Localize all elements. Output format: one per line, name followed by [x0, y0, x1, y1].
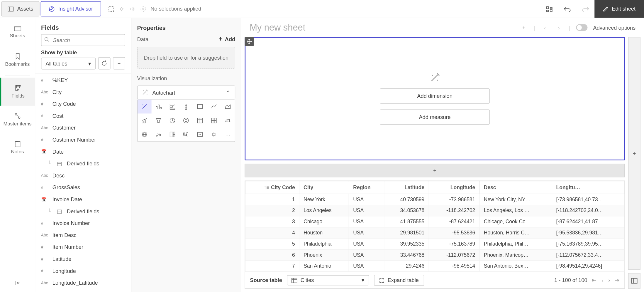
step-back-icon[interactable] — [118, 6, 125, 12]
viz-table-icon[interactable] — [193, 100, 207, 114]
viz-box-icon[interactable] — [207, 127, 221, 142]
add-data-button[interactable]: + Add — [218, 35, 235, 43]
add-measure-button[interactable]: Add measure — [380, 109, 490, 125]
grid-icon[interactable] — [540, 0, 559, 18]
viz-area-icon[interactable] — [221, 100, 235, 114]
table-header[interactable]: Desc — [479, 181, 552, 194]
field-item[interactable]: Customer Number — [35, 134, 131, 146]
viz-waterfall-icon[interactable] — [179, 127, 193, 142]
field-item[interactable]: City Code — [35, 98, 131, 110]
search-input[interactable] — [41, 34, 125, 46]
table-header[interactable]: Longitu… — [552, 181, 624, 194]
rail-fields[interactable]: Fields — [0, 78, 35, 106]
rail-master-items[interactable]: Master items — [0, 106, 35, 134]
clear-selections-icon[interactable] — [140, 6, 146, 12]
add-field-button[interactable]: + — [113, 57, 125, 70]
pager-last-icon[interactable]: ⇥ — [615, 277, 619, 283]
table-header[interactable]: ↑≡City Code — [245, 181, 299, 194]
viz-donut-icon[interactable] — [179, 113, 193, 127]
field-item[interactable]: Customer — [35, 122, 131, 134]
svg-rect-4 — [122, 8, 124, 10]
table-row[interactable]: 1New YorkUSA40.730599-73.986581New York … — [245, 194, 624, 205]
viz-line-icon[interactable] — [207, 100, 221, 114]
refresh-button[interactable] — [98, 57, 111, 70]
viz-scatter-icon[interactable] — [151, 127, 165, 142]
assets-button[interactable]: Assets — [1, 1, 39, 16]
edit-sheet-button[interactable]: Edit sheet — [594, 0, 644, 18]
field-item[interactable]: Longitude_Latitude — [35, 277, 131, 289]
svg-rect-61 — [170, 132, 173, 137]
table-row[interactable]: 4HoustonUSA29.981501-95.53836Houston, Ha… — [245, 227, 624, 239]
svg-point-69 — [201, 134, 201, 135]
rail-notes[interactable]: Notes — [0, 134, 35, 162]
collapse-rail-icon[interactable] — [0, 274, 35, 292]
field-item[interactable]: Longitude — [35, 265, 131, 277]
add-column-button[interactable]: + — [628, 37, 640, 270]
add-row-button[interactable]: + — [245, 164, 625, 177]
field-item[interactable]: GrossSales — [35, 181, 131, 193]
viz-autochart-dropdown[interactable]: Autochart ⌃ — [137, 85, 235, 100]
viz-funnel-icon[interactable] — [151, 113, 165, 127]
field-item[interactable]: Desc — [35, 170, 131, 182]
next-sheet-icon[interactable]: › — [555, 24, 563, 31]
pager-prev-icon[interactable]: ‹ — [601, 277, 603, 283]
table-header[interactable]: Region — [349, 181, 384, 194]
field-item[interactable]: └Derived fields — [35, 205, 131, 217]
selection-tool-icon[interactable] — [108, 6, 114, 12]
sheet-title[interactable]: My new sheet — [250, 22, 520, 33]
step-fwd-icon[interactable] — [129, 6, 135, 12]
field-item[interactable]: Invoice Number — [35, 217, 131, 229]
add-dimension-button[interactable]: Add dimension — [380, 88, 490, 104]
viz-auto-icon[interactable] — [138, 100, 151, 114]
viz-bar-icon[interactable] — [151, 100, 165, 114]
rail-sheets[interactable]: Sheets — [0, 18, 35, 46]
field-item[interactable]: Date — [35, 146, 131, 158]
table-row[interactable]: 5PhiladelphiaUSA39.952335-75.163789Phila… — [245, 238, 624, 249]
chart-placeholder[interactable]: Add dimension Add measure — [245, 37, 625, 160]
field-item[interactable]: Item Number — [35, 241, 131, 253]
field-item[interactable]: Item Desc — [35, 229, 131, 241]
tables-dropdown[interactable]: All tables ▾ — [41, 57, 96, 69]
prev-sheet-icon[interactable]: ‹ — [541, 24, 549, 31]
insight-advisor-button[interactable]: Insight Advisor — [41, 1, 101, 16]
add-sheet-icon[interactable]: + — [520, 24, 528, 31]
table-header[interactable]: Latitude — [384, 181, 429, 194]
viz-kpi-icon[interactable]: #1 — [221, 113, 235, 127]
drop-zone[interactable]: Drop field to use or for a suggestion — [137, 47, 235, 69]
field-item[interactable]: Invoice Date — [35, 193, 131, 205]
viz-hbar-icon[interactable] — [165, 100, 179, 114]
table-header[interactable]: Longitude — [429, 181, 479, 194]
source-table-dropdown[interactable]: Cities ▾ — [287, 275, 369, 286]
viz-distribution-icon[interactable] — [193, 127, 207, 142]
expand-table-button[interactable]: Expand table — [374, 275, 424, 286]
field-item[interactable]: %KEY — [35, 74, 131, 86]
viz-more-icon[interactable]: ⋯ — [221, 127, 235, 142]
table-row[interactable]: 7San AntonioUSA29.4246-98.49514San Anton… — [245, 261, 624, 272]
move-handle-icon[interactable] — [245, 37, 254, 46]
viz-grid2-icon[interactable] — [207, 113, 221, 127]
rail-bookmarks[interactable]: Bookmarks — [0, 46, 35, 74]
field-item[interactable]: Cost — [35, 110, 131, 122]
field-item[interactable]: Latitude — [35, 253, 131, 265]
field-item[interactable]: City — [35, 86, 131, 98]
table-row[interactable]: 6PhoenixUSA33.446768-112.075672Phoenix, … — [245, 249, 624, 261]
table-header[interactable]: City — [299, 181, 349, 194]
right-rail: + — [628, 37, 640, 289]
redo-icon[interactable] — [577, 0, 595, 18]
viz-stacked-icon[interactable] — [179, 100, 193, 114]
table-toggle-icon[interactable] — [628, 273, 640, 289]
viz-treemap-icon[interactable] — [165, 127, 179, 142]
field-item[interactable]: └Derived fields — [35, 157, 131, 170]
viz-pivot-icon[interactable] — [193, 113, 207, 127]
viz-map-icon[interactable] — [138, 127, 151, 142]
svg-rect-9 — [547, 6, 549, 9]
table-row[interactable]: 2Los AngelesUSA34.053678-118.242702Los A… — [245, 205, 624, 216]
field-item[interactable]: Manager — [35, 289, 131, 292]
undo-icon[interactable] — [558, 0, 577, 18]
viz-pie-icon[interactable] — [165, 113, 179, 127]
table-row[interactable]: 3ChicagoUSA41.875555-87.624421Chicago, C… — [245, 216, 624, 227]
pager-first-icon[interactable]: ⇤ — [592, 277, 596, 283]
advanced-toggle[interactable] — [576, 24, 587, 31]
viz-combo-icon[interactable] — [138, 113, 151, 127]
pager-next-icon[interactable]: › — [608, 277, 610, 283]
